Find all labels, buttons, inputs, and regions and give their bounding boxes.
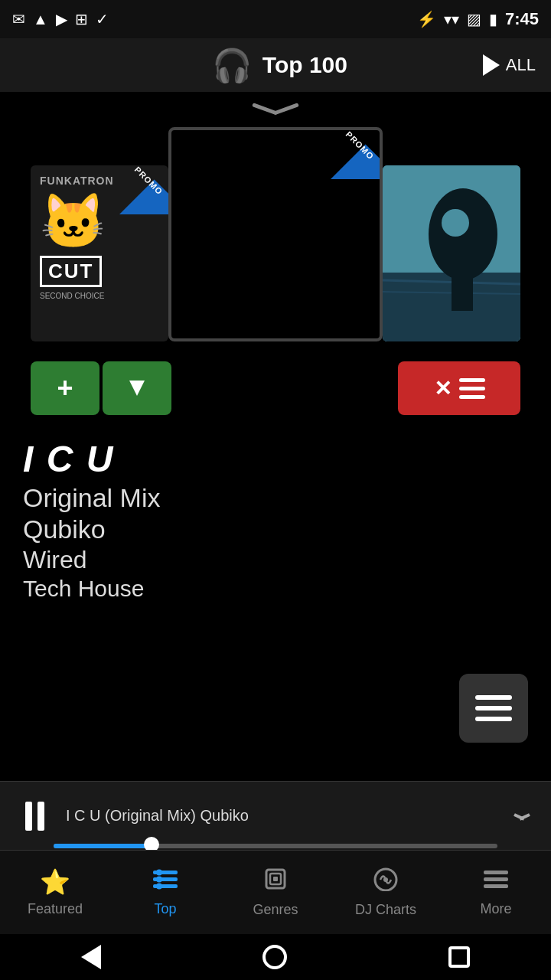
recents-icon bbox=[448, 946, 470, 968]
nav-label-top: Top bbox=[154, 901, 176, 917]
bluetooth-icon: ⚡ bbox=[417, 10, 436, 28]
nav-label-more: More bbox=[480, 901, 511, 917]
play-all-button[interactable]: ALL bbox=[483, 54, 536, 76]
wifi-icon: ▾▾ bbox=[444, 10, 459, 28]
funkatron-cut: CUT bbox=[40, 256, 102, 287]
nav-item-featured[interactable]: ⭐ Featured bbox=[0, 851, 110, 934]
track-genre: Tech House bbox=[23, 576, 528, 602]
btn-group-left: + bbox=[31, 361, 171, 415]
nav-label-featured: Featured bbox=[28, 901, 83, 917]
svg-rect-147 bbox=[273, 877, 278, 881]
progress-fill bbox=[54, 844, 152, 848]
check-icon: ✓ bbox=[96, 10, 109, 28]
queue-fab-button[interactable] bbox=[459, 674, 528, 743]
svg-point-136 bbox=[442, 209, 469, 237]
genres-icon bbox=[263, 867, 288, 897]
svg-point-143 bbox=[156, 876, 162, 882]
signal-icon: ▨ bbox=[467, 10, 481, 28]
featured-icon: ⭐ bbox=[40, 867, 70, 897]
track-mix: Original Mix bbox=[23, 483, 528, 513]
play-triangle-icon bbox=[483, 54, 500, 76]
album-center[interactable]: PROMO bbox=[168, 127, 383, 341]
svg-point-135 bbox=[429, 188, 497, 280]
chevron-down-icon bbox=[253, 103, 298, 118]
queue-clear-button[interactable]: ✕ bbox=[398, 361, 520, 415]
action-buttons: + ✕ bbox=[0, 354, 551, 423]
back-button[interactable] bbox=[81, 945, 101, 969]
collapse-chevron[interactable] bbox=[0, 92, 551, 124]
nav-item-more[interactable]: More bbox=[441, 851, 551, 934]
nav-label-djcharts: DJ Charts bbox=[355, 902, 416, 918]
now-playing-bar: I C U (Original Mix) Qubiko bbox=[0, 781, 551, 850]
bottom-nav: ⭐ Featured Top Genres bbox=[0, 850, 551, 934]
nav-label-genres: Genres bbox=[253, 902, 298, 918]
promo-badge-center: PROMO bbox=[331, 130, 380, 179]
promo-text-left: PROMO bbox=[133, 165, 165, 197]
progress-track bbox=[54, 844, 497, 848]
svg-point-142 bbox=[156, 869, 162, 875]
back-icon bbox=[81, 945, 101, 969]
status-time: 7:45 bbox=[505, 9, 539, 29]
chevron-down-np-icon bbox=[514, 812, 530, 821]
add-button[interactable]: + bbox=[31, 361, 99, 415]
play-icon: ▶ bbox=[56, 10, 67, 28]
gmail-icon: ✉ bbox=[12, 10, 25, 28]
svg-point-149 bbox=[383, 877, 388, 882]
album-right[interactable] bbox=[383, 165, 520, 341]
album-carousel: FUNKATRON 🐱 CUT SECOND CHOICE PROMO bbox=[0, 124, 551, 354]
home-button[interactable] bbox=[262, 945, 287, 969]
system-nav bbox=[0, 934, 551, 980]
battery-icon: ▮ bbox=[489, 10, 497, 28]
chevron-download-icon bbox=[123, 374, 151, 402]
play-all-label: ALL bbox=[506, 55, 536, 75]
svg-point-144 bbox=[156, 883, 162, 889]
track-artist: Qubiko bbox=[23, 514, 528, 544]
play-pause-button[interactable] bbox=[15, 797, 54, 835]
plus-icon: + bbox=[57, 372, 73, 404]
x-icon: ✕ bbox=[434, 376, 452, 401]
album-left[interactable]: FUNKATRON 🐱 CUT SECOND CHOICE PROMO bbox=[31, 165, 168, 341]
drive-icon: ▲ bbox=[33, 11, 48, 28]
pause-icon bbox=[25, 802, 44, 831]
nav-item-genres[interactable]: Genres bbox=[220, 851, 331, 934]
track-title: I C U bbox=[23, 438, 528, 480]
svg-rect-152 bbox=[484, 884, 508, 888]
header-title: Top 100 bbox=[262, 52, 347, 78]
queue-lines-icon bbox=[475, 695, 512, 721]
now-playing-text: I C U (Original Mix) Qubiko bbox=[66, 807, 496, 825]
nav-item-top[interactable]: Top bbox=[110, 851, 220, 934]
funkatron-second-choice: SECOND CHOICE bbox=[40, 292, 104, 300]
track-info: I C U Original Mix Qubiko Wired Tech Hou… bbox=[0, 423, 551, 609]
promo-text-center: PROMO bbox=[344, 130, 376, 162]
more-icon bbox=[484, 868, 508, 897]
photos-icon: ⊞ bbox=[75, 10, 88, 28]
headphones-icon: 🎧 bbox=[212, 47, 252, 84]
cat-icon: 🐱 bbox=[40, 190, 106, 253]
nav-item-djcharts[interactable]: DJ Charts bbox=[331, 851, 441, 934]
status-icons-left: ✉ ▲ ▶ ⊞ ✓ bbox=[12, 10, 109, 28]
now-playing-chevron-button[interactable] bbox=[508, 802, 536, 830]
list-icon bbox=[459, 378, 485, 399]
status-bar: ✉ ▲ ▶ ⊞ ✓ ⚡ ▾▾ ▨ ▮ 7:45 bbox=[0, 0, 551, 38]
top-icon bbox=[153, 868, 178, 897]
svg-rect-150 bbox=[484, 871, 508, 874]
header-center: 🎧 Top 100 bbox=[77, 47, 483, 84]
funkatron-brand: FUNKATRON bbox=[40, 175, 114, 187]
album-right-art bbox=[383, 165, 520, 341]
status-icons-right: ⚡ ▾▾ ▨ ▮ 7:45 bbox=[417, 9, 539, 29]
promo-badge-left: PROMO bbox=[119, 165, 168, 214]
header: 🎧 Top 100 ALL bbox=[0, 38, 551, 92]
djcharts-icon bbox=[373, 867, 399, 897]
progress-bar-container[interactable] bbox=[54, 842, 497, 850]
svg-rect-137 bbox=[452, 273, 473, 311]
recents-button[interactable] bbox=[448, 946, 470, 968]
svg-rect-151 bbox=[484, 877, 508, 881]
svg-marker-138 bbox=[129, 381, 145, 396]
home-icon bbox=[262, 945, 287, 969]
download-button[interactable] bbox=[103, 361, 171, 415]
track-label: Wired bbox=[23, 546, 528, 574]
